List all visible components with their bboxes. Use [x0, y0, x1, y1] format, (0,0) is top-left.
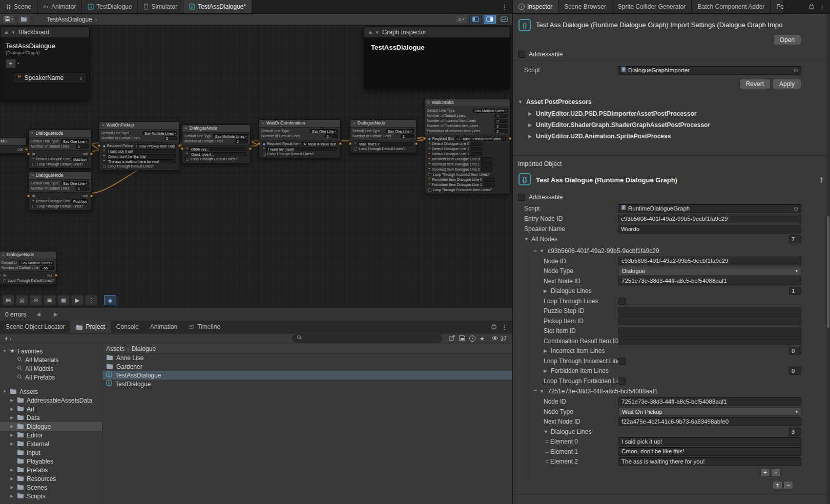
window-button[interactable]: ▣ [44, 295, 56, 305]
save-search-icon[interactable] [459, 335, 465, 343]
minimap-button[interactable]: ◈ [104, 295, 116, 305]
foldout-closed-icon[interactable]: ▶ [544, 288, 549, 293]
wait-on-combination-node[interactable]: ≡WaitOnCombinationDefault Line TypeSay O… [259, 119, 341, 158]
favorites-item-all-prefabs[interactable]: All Prefabs [0, 373, 102, 382]
postprocessor-unityeditor-u2d-psd-psdimporterassetpostprocessor[interactable]: ▶UnityEditor.U2D.PSD.PSDImporterAssetPos… [513, 108, 830, 119]
checkbox[interactable] [428, 188, 431, 192]
blackboard-header[interactable]: ≡ ▼ Blackboard [1, 27, 89, 38]
node-text-field[interactable] [471, 142, 482, 146]
checkbox[interactable] [32, 205, 35, 208]
drag-handle-icon[interactable]: = [545, 458, 548, 465]
blackboard-property-speakername[interactable]: “ SpeakerName ‹ [13, 72, 87, 83]
inspector-tab-batch-component-adder[interactable]: Batch Component Adder [692, 0, 771, 13]
breadcrumb-dialogue[interactable]: Dialogue [132, 345, 156, 352]
dialogue-node-3[interactable]: ≡DialogueNodeDefault Line TypeSay One Li… [350, 119, 417, 153]
array-size-field[interactable]: 7 [789, 235, 801, 243]
wait-on-pickup-node[interactable]: ≡WaitOnPickupDefault Line TypeSay Multip… [99, 121, 180, 171]
breadcrumb-assets[interactable]: Assets [106, 345, 125, 352]
file-row-testassdialogue[interactable]: {}TestAssDialogue [102, 371, 512, 380]
text-field[interactable] [618, 337, 801, 345]
node-title[interactable]: ≡DialogueNode [182, 125, 250, 133]
add-property-button[interactable]: + [6, 59, 16, 68]
text-field[interactable] [618, 307, 801, 316]
node-title[interactable]: ≡WaitOnCombination [259, 120, 340, 128]
all-nodes-foldout-row[interactable]: ▼ All Nodes 7 [513, 234, 830, 244]
property-dropdown[interactable]: Say One Line [310, 129, 338, 133]
postprocessor-unityeditor-shadergraph-shadergraphassetpostprocessor[interactable]: ▶UnityEditor.ShaderGraph.ShaderGraphAsse… [513, 119, 830, 131]
checkbox[interactable] [32, 163, 35, 166]
output-port[interactable] [25, 148, 28, 151]
text-field[interactable]: c93b5606-401f-49a2-99b5-9ecbf1fa9c29 [618, 257, 801, 265]
tree-item-input[interactable]: Input [0, 448, 102, 457]
search-text-field[interactable] [305, 335, 438, 342]
node-text-field[interactable]: Cmon, don't be like this! [107, 154, 176, 158]
dock-tab-animation[interactable]: Animation [144, 321, 183, 333]
text-field[interactable]: I said pick it up! [618, 437, 801, 446]
property-dropdown[interactable]: Say Multiple Lines [213, 134, 248, 138]
property-dropdown[interactable]: Say One Line [61, 181, 89, 185]
input-port[interactable] [423, 137, 426, 140]
inspector-tab-po[interactable]: Po [771, 0, 784, 13]
dialogue-graph-canvas[interactable]: ≡StartNodeout≡DialogueNodeDefault Line T… [0, 25, 512, 307]
node-text-field[interactable] [471, 152, 482, 156]
add-node-button[interactable]: + [773, 481, 782, 489]
property-value[interactable]: 1 [401, 134, 414, 138]
output-port[interactable] [90, 195, 93, 197]
inspector-tab-inspector[interactable]: iInspector [513, 0, 558, 13]
checkbox[interactable] [186, 158, 189, 161]
lock-icon[interactable] [491, 323, 496, 331]
blackboard-panel[interactable]: ≡ ▼ Blackboard TestAssDialogue (Dialogue… [0, 27, 90, 100]
dropdown-field[interactable]: Dialogue [618, 267, 801, 276]
drag-handle-icon[interactable]: = [545, 438, 548, 445]
postprocessor-unityeditor-u2d-animation-spritepostprocess[interactable]: ▶UnityEditor.U2D.Animation.SpritePostPro… [513, 131, 830, 142]
input-port[interactable] [98, 144, 100, 147]
lock-icon[interactable] [809, 3, 814, 11]
collapse-icon[interactable]: ▼ [375, 30, 379, 35]
node-title[interactable]: ≡WaitOnPickup [99, 122, 179, 130]
node-text-field[interactable]: Mad boy... W [72, 157, 88, 161]
node-text-field[interactable]: Man, that's it! [358, 142, 412, 146]
node-text-field[interactable] [484, 178, 495, 182]
node-text-field[interactable] [481, 167, 492, 172]
elements-list-button[interactable]: ▤ [2, 295, 14, 305]
info-button[interactable]: ◎ [16, 295, 28, 305]
visibility-counter[interactable]: 37 [491, 335, 507, 342]
tree-item-dialogue[interactable]: ▶Dialogue [0, 422, 102, 431]
dock-tab-project[interactable]: Project [70, 321, 110, 333]
object-picker-icon[interactable]: ⊙ [794, 205, 798, 213]
checkbox[interactable] [428, 173, 431, 176]
output-port[interactable] [90, 153, 93, 155]
graph-inspector-toggle-button[interactable] [484, 15, 496, 24]
checkbox[interactable] [618, 358, 626, 365]
property-value[interactable]: 1 [76, 144, 89, 149]
favorites-item-all-materials[interactable]: All Materials [0, 355, 102, 364]
graph-inspector-panel[interactable]: ≡ ▼ Graph Inspector TestAssDialogue [364, 27, 510, 89]
file-row-gardener[interactable]: Gardener [102, 362, 512, 371]
favorites-star-icon[interactable]: ★ [480, 335, 485, 342]
node-text-field[interactable] [481, 157, 492, 161]
add-element-button[interactable]: + [760, 469, 770, 477]
tree-item-scripts[interactable]: ▶Scripts [0, 492, 102, 500]
open-asset-folder-button[interactable] [18, 15, 30, 24]
tree-item-playables[interactable]: Playables [0, 457, 102, 466]
tree-item-scenes[interactable]: ▶Scenes [0, 483, 102, 492]
property-value[interactable]: 3 [494, 114, 508, 118]
create-asset-button[interactable]: +▾ [3, 335, 13, 342]
inspector-scrollbar[interactable] [826, 14, 830, 504]
property-dropdown[interactable]: Say Multiple Lines [19, 261, 54, 265]
property-value[interactable]: 3 [164, 136, 177, 140]
layers-button[interactable]: ▦ [57, 295, 70, 305]
text-field[interactable]: The ass is waiting there for you! [618, 457, 801, 466]
component-menu-icon[interactable]: ⋮ [818, 176, 825, 184]
checkbox[interactable] [354, 148, 357, 151]
node-title[interactable]: ≡StartNode [0, 138, 26, 145]
tabstrip-menu-icon[interactable]: ⋮ [501, 3, 508, 11]
tree-item-external[interactable]: ▶External [0, 439, 102, 448]
node-text-field[interactable]: S_Bottle (Pickup Item Data) [455, 137, 506, 141]
node-title[interactable]: ≡DialogueNode [350, 120, 416, 128]
next-error-button[interactable]: ▶ [51, 310, 61, 318]
property-value[interactable]: -55 [40, 266, 54, 270]
revert-button[interactable]: Revert [739, 79, 771, 89]
open-in-search-icon[interactable] [449, 335, 455, 343]
drag-handle-icon[interactable]: = [545, 448, 548, 455]
